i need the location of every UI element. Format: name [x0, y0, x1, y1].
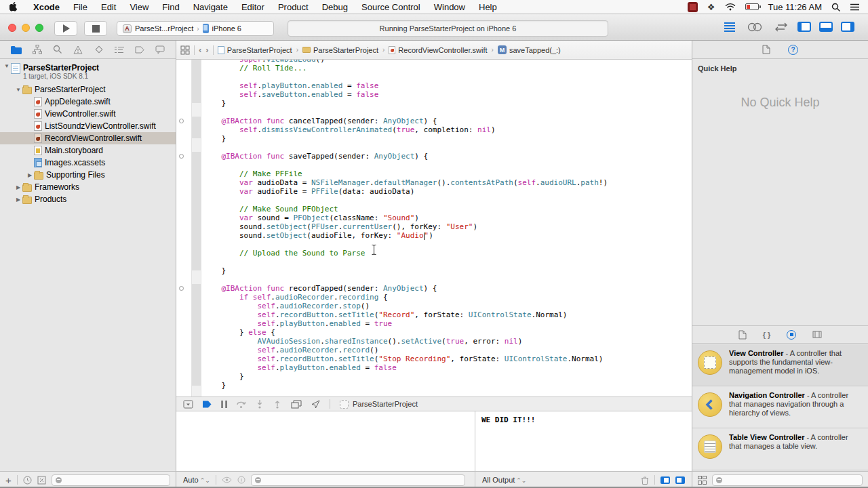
- show-console-view-button[interactable]: [675, 476, 685, 484]
- menu-help[interactable]: Help: [472, 0, 504, 14]
- source-editor[interactable]: super.viewDidLoad() // Roll Tide... self…: [176, 60, 692, 396]
- breadcrumb-segment[interactable]: RecordViewController.swift: [389, 46, 487, 54]
- issue-navigator-tab[interactable]: [73, 45, 83, 54]
- menu-window[interactable]: Window: [427, 0, 472, 14]
- navigator-item-listsoundzviewcontroller-swift[interactable]: ListSoundzViewController.swift: [0, 120, 176, 132]
- related-items-icon[interactable]: [180, 45, 190, 55]
- ib-connection-circle[interactable]: [179, 119, 184, 123]
- quicklook-eye-icon[interactable]: [222, 476, 232, 483]
- variables-scope-dropdown[interactable]: Auto⌃⌄: [183, 476, 210, 484]
- toggle-navigator-button[interactable]: [797, 22, 811, 32]
- media-library-tab[interactable]: [812, 331, 822, 338]
- run-button[interactable]: [54, 21, 77, 36]
- version-editor-button[interactable]: [774, 22, 788, 32]
- step-into-button[interactable]: [256, 400, 264, 409]
- menu-navigate[interactable]: Navigate: [186, 0, 235, 14]
- info-icon[interactable]: [237, 476, 245, 484]
- back-button[interactable]: ‹: [199, 45, 201, 55]
- window-zoom-button[interactable]: [35, 24, 43, 32]
- library-item-table-view-controller[interactable]: Table View Controller - A controller tha…: [692, 428, 868, 470]
- disclosure-triangle-icon[interactable]: ▼: [14, 87, 22, 93]
- assistant-editor-button[interactable]: [747, 22, 762, 32]
- step-over-button[interactable]: [237, 400, 246, 409]
- step-out-button[interactable]: [273, 400, 281, 409]
- battery-icon[interactable]: [745, 3, 759, 10]
- pause-button[interactable]: [221, 401, 227, 408]
- breadcrumb-segment[interactable]: ParseStarterProject: [218, 46, 292, 54]
- disclosure-triangle-icon[interactable]: ▼: [3, 63, 11, 69]
- disclosure-triangle-icon[interactable]: ▶: [14, 184, 22, 190]
- variables-view[interactable]: [176, 411, 475, 471]
- navigator-item-recordviewcontroller-swift[interactable]: RecordViewController.swift: [0, 132, 176, 144]
- film-app-icon[interactable]: [688, 2, 698, 12]
- debug-navigator-tab[interactable]: [115, 45, 124, 54]
- library-view-mode-icon[interactable]: [698, 476, 707, 485]
- symbol-navigator-tab[interactable]: [33, 45, 42, 54]
- menu-editor[interactable]: Editor: [235, 0, 271, 14]
- location-button[interactable]: [311, 400, 320, 409]
- show-variables-view-button[interactable]: [660, 476, 670, 484]
- breadcrumb-segment[interactable]: ParseStarterProject: [302, 46, 378, 54]
- menu-view[interactable]: View: [123, 0, 155, 14]
- ib-connection-circle[interactable]: [179, 286, 184, 291]
- console-output[interactable]: WE DID IT!!!: [475, 411, 692, 471]
- clear-console-trash-icon[interactable]: [641, 476, 649, 485]
- menu-edit[interactable]: Edit: [94, 0, 123, 14]
- variables-filter-field[interactable]: [251, 474, 465, 486]
- library-item-view-controller[interactable]: View Controller - A controller that supp…: [692, 344, 868, 386]
- toggle-debug-area-button[interactable]: [819, 22, 833, 32]
- breadcrumb-segment[interactable]: MsaveTapped(_:): [498, 45, 561, 54]
- menu-xcode[interactable]: Xcode: [26, 0, 66, 14]
- view-debugger-button[interactable]: [291, 400, 302, 409]
- code-snippet-library-tab[interactable]: { }: [763, 331, 771, 339]
- window-minimize-button[interactable]: [22, 24, 30, 32]
- toggle-utilities-button[interactable]: [841, 22, 854, 32]
- library-item-navigation-controller[interactable]: Navigation Controller - A controller tha…: [692, 386, 868, 428]
- menu-source-control[interactable]: Source Control: [355, 0, 427, 14]
- file-template-library-tab[interactable]: [738, 330, 747, 340]
- standard-editor-button[interactable]: [724, 22, 735, 32]
- navigator-filter-field[interactable]: [52, 474, 170, 486]
- stop-button[interactable]: [84, 21, 107, 36]
- navigator-item-frameworks[interactable]: ▶Frameworks: [0, 181, 176, 193]
- navigator-item-images-xcassets[interactable]: Images.xcassets: [0, 157, 176, 169]
- menu-product[interactable]: Product: [271, 0, 315, 14]
- spotlight-icon[interactable]: [831, 3, 840, 12]
- recent-files-filter-icon[interactable]: [23, 476, 32, 485]
- menu-clock[interactable]: Tue 11:26 AM: [768, 2, 823, 12]
- object-library-tab[interactable]: [787, 330, 796, 340]
- navigator-item-parsestarterproject[interactable]: ▼ParseStarterProject: [0, 83, 176, 96]
- hide-debug-area-button[interactable]: [183, 400, 193, 409]
- breakpoints-toggle-button[interactable]: [203, 401, 212, 408]
- navigator-item-main-storyboard[interactable]: Main.storyboard: [0, 144, 176, 157]
- navigator-item-products[interactable]: ▶Products: [0, 193, 176, 205]
- menu-find[interactable]: Find: [155, 0, 186, 14]
- library-filter-field[interactable]: [712, 474, 863, 486]
- output-filter-dropdown[interactable]: All Output⌃⌄: [482, 476, 526, 484]
- navigator-item-supporting-files[interactable]: ▶Supporting Files: [0, 169, 176, 181]
- add-button[interactable]: +: [5, 475, 12, 485]
- find-navigator-tab[interactable]: [53, 45, 62, 54]
- quick-help-inspector-tab[interactable]: ?: [788, 45, 798, 55]
- breakpoint-navigator-tab[interactable]: [135, 46, 144, 54]
- scheme-selector[interactable]: A ParseSt...rProject › iPhone 6: [117, 21, 274, 36]
- dropbox-icon[interactable]: ❖: [707, 2, 715, 12]
- disclosure-triangle-icon[interactable]: ▶: [26, 172, 34, 178]
- wifi-icon[interactable]: [725, 3, 736, 11]
- disclosure-triangle-icon[interactable]: ▶: [14, 197, 22, 203]
- window-close-button[interactable]: [8, 24, 16, 32]
- test-navigator-tab[interactable]: [94, 45, 104, 54]
- report-navigator-tab[interactable]: [155, 45, 165, 54]
- file-inspector-tab[interactable]: [762, 45, 770, 54]
- project-navigator-tab[interactable]: [11, 45, 22, 54]
- source-control-filter-icon[interactable]: [37, 476, 46, 485]
- navigator-item-viewcontroller-swift[interactable]: ViewController.swift: [0, 108, 176, 120]
- notification-center-icon[interactable]: [850, 3, 860, 11]
- menu-file[interactable]: File: [66, 0, 94, 14]
- forward-button[interactable]: ›: [205, 45, 208, 55]
- ib-connection-circle[interactable]: [179, 154, 184, 159]
- navigator-item-parsestarterproject[interactable]: ▼ParseStarterProject1 target, iOS SDK 8.…: [0, 62, 176, 83]
- apple-menu[interactable]: [0, 2, 26, 12]
- menu-debug[interactable]: Debug: [315, 0, 355, 14]
- navigator-item-appdelegate-swift[interactable]: AppDelegate.swift: [0, 96, 176, 108]
